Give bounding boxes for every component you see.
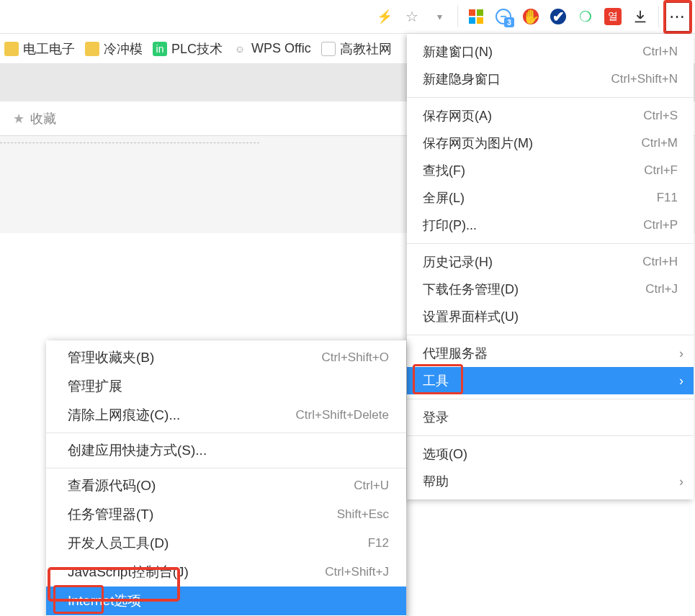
- microsoft-icon[interactable]: [464, 4, 488, 29]
- menu-item-label: 管理收藏夹(B): [68, 348, 321, 367]
- main-menu-item[interactable]: 保存网页(A)Ctrl+S: [407, 102, 694, 130]
- menu-item-label: 全屏(L): [423, 189, 657, 207]
- menu-divider: [407, 335, 694, 335]
- download-icon[interactable]: [628, 4, 653, 29]
- menu-item-shortcut: F12: [368, 536, 389, 551]
- main-menu-item[interactable]: 打印(P)...Ctrl+P: [407, 212, 694, 239]
- menu-item-label: 选项(O): [423, 445, 678, 463]
- main-menu-item[interactable]: 保存网页为图片(M)Ctrl+M: [407, 130, 694, 157]
- menu-item-label: 登录: [423, 409, 678, 426]
- star-icon[interactable]: ☆: [400, 4, 424, 29]
- menu-item-label: 任务管理器(T): [68, 505, 337, 524]
- menu-item-label: 下载任务管理(D): [423, 281, 645, 298]
- menu-item-label: 查看源代码(O): [68, 476, 354, 495]
- menu-item-shortcut: Ctrl+Shift+Delete: [296, 408, 389, 422]
- tools-submenu-item[interactable]: 查看源代码(O)Ctrl+U: [46, 471, 406, 500]
- menu-item-shortcut: Ctrl+S: [643, 109, 678, 123]
- chevron-down-icon[interactable]: ▾: [427, 4, 452, 29]
- bookmark-label: PLC技术: [171, 40, 223, 58]
- tools-submenu-item[interactable]: 创建应用快捷方式(S)...: [46, 436, 406, 465]
- menu-item-label: 管理扩展: [68, 377, 389, 396]
- main-menu-item[interactable]: 设置界面样式(U): [407, 303, 694, 330]
- shield-icon[interactable]: ✔: [546, 4, 570, 29]
- tools-submenu-item[interactable]: 管理扩展: [46, 372, 406, 401]
- extension-icon[interactable]: 열: [601, 4, 625, 29]
- zoom-badge: 3: [504, 17, 514, 27]
- chevron-right-icon: ›: [679, 474, 683, 489]
- menu-item-shortcut: Ctrl+M: [641, 136, 678, 150]
- tools-submenu-item[interactable]: 任务管理器(T)Shift+Esc: [46, 500, 406, 529]
- menu-item-label: 新建窗口(N): [423, 43, 642, 60]
- tools-submenu-item[interactable]: Internet选项: [46, 586, 406, 615]
- menu-divider: [407, 97, 694, 98]
- bookmark-icon: ☺: [233, 42, 247, 56]
- toolbar-separator: [457, 6, 458, 27]
- menu-item-shortcut: Ctrl+F: [644, 163, 678, 178]
- menu-item-shortcut: Ctrl+Shift+J: [325, 565, 389, 579]
- main-menu-item[interactable]: 代理服务器›: [407, 340, 694, 367]
- favorites-button[interactable]: ★ 收藏: [0, 110, 348, 127]
- drop-icon[interactable]: ❍: [573, 4, 598, 29]
- main-menu-item[interactable]: 历史记录(H)Ctrl+H: [407, 248, 694, 276]
- adblock-icon[interactable]: ✋: [519, 4, 543, 29]
- star-icon: ★: [13, 111, 24, 127]
- bookmark-icon: in: [153, 42, 167, 56]
- menu-item-label: 保存网页为图片(M): [423, 135, 641, 152]
- menu-item-shortcut: Ctrl+U: [354, 479, 389, 493]
- bookmark-item[interactable]: ☺WPS Offic: [233, 41, 311, 56]
- bookmark-label: WPS Offic: [251, 41, 311, 56]
- zoom-icon[interactable]: −3: [491, 4, 516, 29]
- menu-item-label: 打印(P)...: [423, 217, 643, 234]
- bookmark-item[interactable]: 冷冲模: [85, 40, 143, 58]
- menu-item-label: 帮助: [423, 473, 678, 490]
- menu-item-label: 开发人员工具(D): [68, 534, 368, 553]
- menu-item-shortcut: F11: [657, 191, 678, 205]
- bookmark-item[interactable]: inPLC技术: [153, 40, 223, 58]
- main-menu-item[interactable]: 帮助›: [407, 468, 694, 495]
- bookmark-label: 高教社网: [340, 40, 392, 58]
- menu-divider: [46, 468, 406, 468]
- menu-item-shortcut: Ctrl+J: [645, 282, 678, 296]
- bookmark-label: 电工电子: [23, 40, 75, 58]
- bookmark-icon: [85, 42, 99, 56]
- main-menu-item[interactable]: 全屏(L)F11: [407, 184, 694, 212]
- menu-item-label: 查找(F): [423, 162, 644, 179]
- tools-submenu-item[interactable]: 管理收藏夹(B)Ctrl+Shift+O: [46, 343, 406, 372]
- menu-item-shortcut: Ctrl+Shift+O: [321, 350, 389, 365]
- main-menu-item[interactable]: 登录: [407, 404, 694, 431]
- menu-item-label: 清除上网痕迹(C)...: [68, 406, 296, 425]
- browser-toolbar: ⚡ ☆ ▾ −3 ✋ ✔ ❍ 열 ⋯: [0, 0, 695, 34]
- menu-item-label: 保存网页(A): [423, 107, 643, 124]
- menu-item-label: 历史记录(H): [423, 253, 642, 271]
- bookmark-item[interactable]: 高教社网: [321, 40, 392, 58]
- main-menu-item[interactable]: 新建窗口(N)Ctrl+N: [407, 38, 694, 65]
- menu-item-label: 设置界面样式(U): [423, 308, 678, 325]
- tools-submenu-item[interactable]: 开发人员工具(D)F12: [46, 529, 406, 558]
- menu-item-label: Internet选项: [68, 592, 389, 610]
- menu-item-shortcut: Ctrl+Shift+N: [611, 72, 678, 86]
- bookmark-icon: [321, 42, 336, 56]
- main-menu-item[interactable]: 工具›: [407, 367, 694, 394]
- menu-item-label: 创建应用快捷方式(S)...: [68, 441, 389, 460]
- menu-item-shortcut: Ctrl+P: [643, 218, 678, 232]
- screenshot-crop-edge: [0, 136, 259, 143]
- bolt-icon[interactable]: ⚡: [372, 4, 397, 29]
- favorites-label: 收藏: [30, 110, 56, 127]
- bookmark-icon: [4, 42, 19, 56]
- menu-item-label: JavaScript控制台(J): [68, 563, 325, 581]
- main-menu-item[interactable]: 查找(F)Ctrl+F: [407, 157, 694, 184]
- bookmark-item[interactable]: 电工电子: [4, 40, 75, 58]
- main-menu-item[interactable]: 选项(O): [407, 440, 694, 468]
- chevron-right-icon: ›: [679, 346, 683, 361]
- menu-item-label: 工具: [423, 372, 678, 389]
- menu-item-shortcut: Ctrl+H: [642, 255, 678, 269]
- more-menu-button[interactable]: ⋯: [663, 0, 692, 34]
- main-menu-item[interactable]: 新建隐身窗口Ctrl+Shift+N: [407, 65, 694, 93]
- tools-submenu-item[interactable]: JavaScript控制台(J)Ctrl+Shift+J: [46, 558, 406, 586]
- menu-divider: [407, 399, 694, 399]
- menu-item-shortcut: Shift+Esc: [337, 507, 389, 522]
- tools-submenu-item[interactable]: 清除上网痕迹(C)...Ctrl+Shift+Delete: [46, 401, 406, 430]
- menu-divider: [407, 243, 694, 244]
- main-menu-item[interactable]: 下载任务管理(D)Ctrl+J: [407, 276, 694, 303]
- menu-item-shortcut: Ctrl+N: [642, 45, 678, 59]
